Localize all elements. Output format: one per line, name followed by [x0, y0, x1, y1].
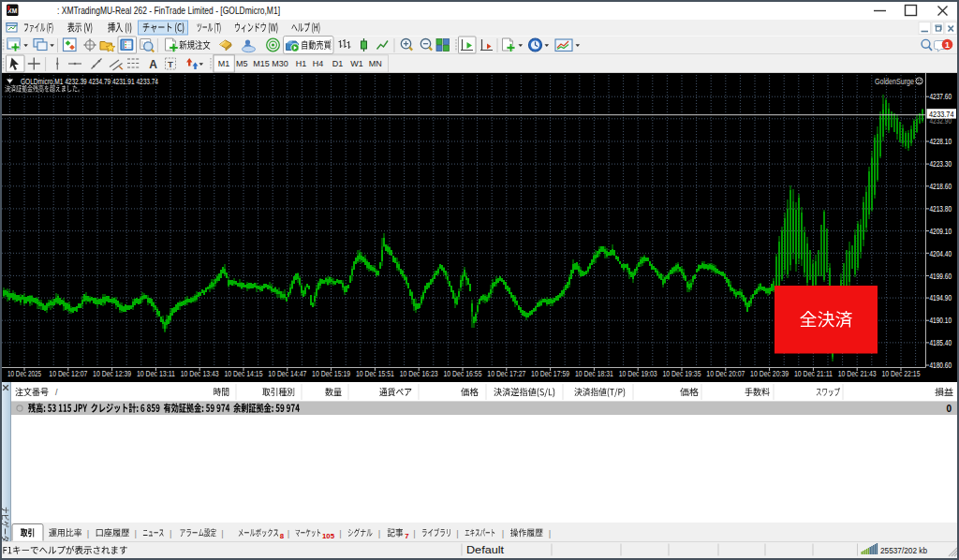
svg-text:4228.10: 4228.10: [930, 137, 952, 146]
svg-text:4190.10: 4190.10: [930, 316, 952, 325]
svg-text:GoldenSurge: GoldenSurge: [875, 77, 914, 86]
svg-text:GOLDmicro,M1 4232.39 4234.79: GOLDmicro,M1 4232.39 4234.79 4231.91 423…: [21, 76, 158, 86]
svg-text:10 Dec 20:39: 10 Dec 20:39: [750, 369, 789, 378]
svg-text:8: 8: [280, 532, 285, 540]
svg-text:4180.60: 4180.60: [930, 361, 952, 370]
svg-text:10 Dec 21:43: 10 Dec 21:43: [838, 369, 877, 378]
svg-text:|: |: [134, 528, 136, 538]
svg-text:|: |: [456, 528, 458, 538]
svg-text:10 Dec 21:11: 10 Dec 21:11: [794, 369, 833, 378]
svg-text:10 Dec 16:55: 10 Dec 16:55: [444, 369, 482, 378]
svg-text:1: 1: [945, 40, 950, 50]
svg-text:|: |: [87, 528, 89, 538]
svg-text:T: T: [168, 59, 173, 69]
svg-text:Default: Default: [466, 545, 504, 555]
svg-text:10 Dec 15:51: 10 Dec 15:51: [356, 369, 394, 378]
svg-text:H4: H4: [313, 59, 324, 68]
svg-text:4233.74: 4233.74: [929, 110, 954, 119]
svg-text:10 Dec 14:15: 10 Dec 14:15: [225, 369, 263, 378]
svg-text:7: 7: [405, 532, 408, 540]
svg-text:|: |: [378, 528, 380, 538]
svg-text:4209.10: 4209.10: [930, 227, 952, 236]
svg-text:|: |: [221, 528, 223, 538]
svg-text:M15: M15: [253, 59, 270, 68]
svg-text:10 Dec 17:27: 10 Dec 17:27: [487, 369, 525, 378]
svg-text:A: A: [149, 58, 157, 71]
svg-text:4185.40: 4185.40: [930, 338, 952, 347]
svg-text:0: 0: [946, 404, 952, 414]
svg-text:|: |: [502, 528, 504, 538]
svg-text:|: |: [170, 528, 171, 538]
svg-text:M5: M5: [236, 59, 248, 68]
svg-text:10 Dec 13:43: 10 Dec 13:43: [181, 369, 219, 378]
svg-text:: XMTradingMU-Real 262 - FinTr: : XMTradingMU-Real 262 - FinTrade Limite…: [57, 5, 280, 16]
svg-text:10 Dec 20:07: 10 Dec 20:07: [706, 369, 745, 378]
svg-text:W1: W1: [350, 59, 363, 68]
svg-text:10 Dec 14:47: 10 Dec 14:47: [268, 369, 306, 378]
svg-text:|: |: [413, 528, 415, 538]
svg-text:10 Dec 15:19: 10 Dec 15:19: [312, 369, 350, 378]
svg-text:4194.90: 4194.90: [930, 293, 952, 302]
svg-text:10 Dec 19:35: 10 Dec 19:35: [663, 369, 701, 378]
svg-text:10 Dec 18:31: 10 Dec 18:31: [575, 369, 613, 378]
svg-text:4199.60: 4199.60: [930, 272, 952, 281]
svg-text:4204.40: 4204.40: [930, 249, 952, 258]
svg-text:M1: M1: [218, 59, 230, 68]
svg-text:10 Dec 17:59: 10 Dec 17:59: [531, 369, 569, 378]
svg-text:4237.60: 4237.60: [930, 92, 952, 101]
svg-text:|: |: [339, 528, 341, 538]
svg-text:|: |: [549, 528, 551, 538]
svg-text:4218.60: 4218.60: [930, 182, 952, 191]
svg-text:10 Dec 22:15: 10 Dec 22:15: [882, 369, 921, 378]
svg-text:10 Dec 2025: 10 Dec 2025: [7, 369, 41, 378]
svg-text:10 Dec 16:23: 10 Dec 16:23: [400, 369, 438, 378]
svg-text:10 Dec 12:07: 10 Dec 12:07: [49, 369, 87, 378]
svg-text:4223.30: 4223.30: [930, 159, 952, 169]
svg-text:4213.80: 4213.80: [930, 204, 952, 214]
svg-text:105: 105: [322, 532, 335, 540]
svg-text:10 Dec 19:03: 10 Dec 19:03: [619, 369, 657, 378]
svg-text:10 Dec 13:11: 10 Dec 13:11: [137, 369, 175, 378]
svg-text:10 Dec 12:39: 10 Dec 12:39: [93, 369, 131, 378]
svg-text:M30: M30: [272, 59, 288, 68]
svg-text:H1: H1: [296, 59, 307, 68]
svg-text:MN: MN: [369, 59, 382, 68]
svg-text:|: |: [288, 528, 289, 538]
svg-text:25537/202 kb: 25537/202 kb: [880, 545, 927, 555]
svg-text:D1: D1: [332, 59, 344, 68]
